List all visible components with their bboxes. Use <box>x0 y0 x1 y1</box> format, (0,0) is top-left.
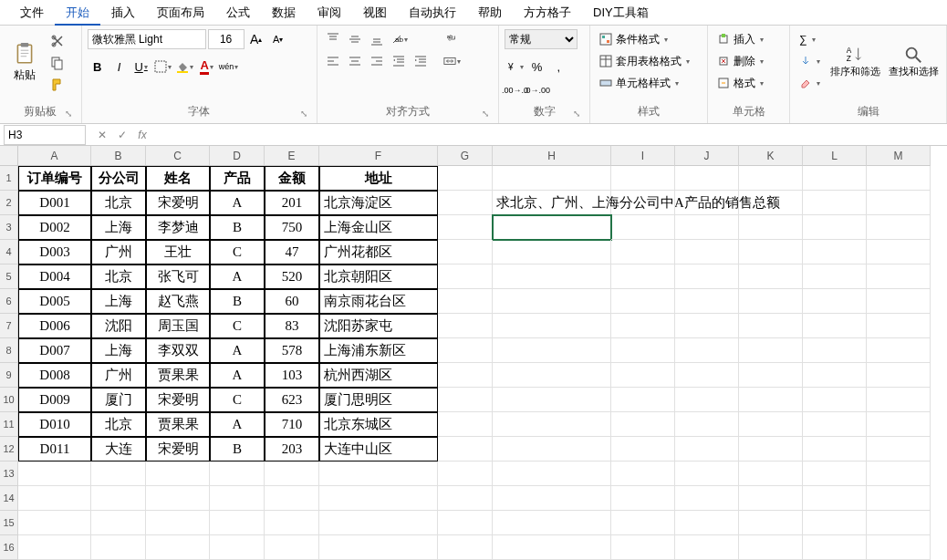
cell-H13[interactable] <box>493 461 611 486</box>
col-header-D[interactable]: D <box>210 146 265 166</box>
format-painter-button[interactable] <box>47 75 68 95</box>
cell-F9[interactable]: 杭州西湖区 <box>319 363 438 388</box>
bold-button[interactable]: B <box>88 57 108 77</box>
number-launcher[interactable]: ⤡ <box>571 109 582 119</box>
fill-button[interactable] <box>796 51 824 71</box>
cell-I10[interactable] <box>611 388 675 412</box>
tab-home[interactable]: 开始 <box>55 0 100 26</box>
cell-B1[interactable]: 分公司 <box>91 166 146 191</box>
row-header-2[interactable]: 2 <box>0 191 18 215</box>
cell-J15[interactable] <box>675 511 739 535</box>
comma-button[interactable]: , <box>548 57 568 77</box>
cell-F12[interactable]: 大连中山区 <box>319 437 438 461</box>
cell-M9[interactable] <box>867 363 931 388</box>
cell-F3[interactable]: 上海金山区 <box>319 215 438 240</box>
cell-F1[interactable]: 地址 <box>319 166 438 191</box>
cell-G5[interactable] <box>438 264 493 289</box>
cell-C12[interactable]: 宋爱明 <box>146 437 210 461</box>
cell-L11[interactable] <box>803 412 867 437</box>
cell-L5[interactable] <box>803 264 867 289</box>
cell-D14[interactable] <box>210 486 265 511</box>
cell-M14[interactable] <box>867 486 931 511</box>
cell-I2[interactable] <box>611 191 675 215</box>
phonetic-button[interactable]: wén <box>219 57 239 77</box>
cell-J1[interactable] <box>675 166 739 191</box>
cell-B4[interactable]: 广州 <box>91 240 146 264</box>
clear-button[interactable] <box>796 73 824 93</box>
row-header-11[interactable]: 11 <box>0 412 18 437</box>
cell-K1[interactable] <box>739 166 803 191</box>
cell-H10[interactable] <box>493 388 611 412</box>
cell-I8[interactable] <box>611 338 675 363</box>
cell-A10[interactable]: D009 <box>18 388 91 412</box>
cell-F14[interactable] <box>319 486 438 511</box>
cell-G13[interactable] <box>438 461 493 486</box>
font-size-input[interactable] <box>208 29 245 49</box>
cell-J13[interactable] <box>675 461 739 486</box>
cell-G4[interactable] <box>438 240 493 264</box>
cell-J6[interactable] <box>675 289 739 314</box>
cell-I9[interactable] <box>611 363 675 388</box>
cell-J9[interactable] <box>675 363 739 388</box>
cut-button[interactable] <box>47 31 68 51</box>
cell-L1[interactable] <box>803 166 867 191</box>
cell-M13[interactable] <box>867 461 931 486</box>
cell-H12[interactable] <box>493 437 611 461</box>
row-header-8[interactable]: 8 <box>0 338 18 363</box>
cell-B2[interactable]: 北京 <box>91 191 146 215</box>
alignment-launcher[interactable]: ⤡ <box>480 109 491 119</box>
row-header-15[interactable]: 15 <box>0 511 18 535</box>
col-header-F[interactable]: F <box>319 146 438 166</box>
cell-C9[interactable]: 贾果果 <box>146 363 210 388</box>
cell-C8[interactable]: 李双双 <box>146 338 210 363</box>
cell-K12[interactable] <box>739 437 803 461</box>
cell-L12[interactable] <box>803 437 867 461</box>
format-cells-button[interactable]: 格式 <box>713 73 767 93</box>
cell-E4[interactable]: 47 <box>265 240 319 264</box>
cell-C13[interactable] <box>146 461 210 486</box>
row-header-12[interactable]: 12 <box>0 437 18 461</box>
cell-F6[interactable]: 南京雨花台区 <box>319 289 438 314</box>
row-header-4[interactable]: 4 <box>0 240 18 264</box>
align-left-button[interactable] <box>323 51 343 71</box>
cell-G6[interactable] <box>438 289 493 314</box>
border-button[interactable] <box>153 57 173 77</box>
align-right-button[interactable] <box>367 51 387 71</box>
cell-G7[interactable] <box>438 314 493 338</box>
cell-F16[interactable] <box>319 535 438 560</box>
row-header-1[interactable]: 1 <box>0 166 18 191</box>
name-box[interactable] <box>4 125 86 145</box>
cell-H1[interactable] <box>493 166 611 191</box>
cell-J7[interactable] <box>675 314 739 338</box>
cell-F8[interactable]: 上海浦东新区 <box>319 338 438 363</box>
cell-C10[interactable]: 宋爱明 <box>146 388 210 412</box>
autosum-button[interactable]: ∑ <box>796 29 824 49</box>
cell-A1[interactable]: 订单编号 <box>18 166 91 191</box>
cell-M10[interactable] <box>867 388 931 412</box>
row-header-3[interactable]: 3 <box>0 215 18 240</box>
cell-D3[interactable]: B <box>210 215 265 240</box>
cell-F15[interactable] <box>319 511 438 535</box>
cell-K15[interactable] <box>739 511 803 535</box>
cell-I15[interactable] <box>611 511 675 535</box>
decrease-decimal-button[interactable]: .0→.00 <box>526 80 546 100</box>
cell-L9[interactable] <box>803 363 867 388</box>
col-header-E[interactable]: E <box>265 146 319 166</box>
cell-A3[interactable]: D002 <box>18 215 91 240</box>
cell-L7[interactable] <box>803 314 867 338</box>
tab-ffgz[interactable]: 方方格子 <box>513 0 582 26</box>
cell-F4[interactable]: 广州花都区 <box>319 240 438 264</box>
row-header-16[interactable]: 16 <box>0 535 18 560</box>
cell-D12[interactable]: B <box>210 437 265 461</box>
increase-decimal-button[interactable]: .00→.0 <box>505 80 525 100</box>
cell-A5[interactable]: D004 <box>18 264 91 289</box>
cell-M12[interactable] <box>867 437 931 461</box>
cell-I14[interactable] <box>611 486 675 511</box>
cell-M3[interactable] <box>867 215 931 240</box>
cell-E2[interactable]: 201 <box>265 191 319 215</box>
cell-C7[interactable]: 周玉国 <box>146 314 210 338</box>
cell-I1[interactable] <box>611 166 675 191</box>
align-center-button[interactable] <box>345 51 365 71</box>
row-header-14[interactable]: 14 <box>0 486 18 511</box>
tab-formula[interactable]: 公式 <box>215 0 261 26</box>
